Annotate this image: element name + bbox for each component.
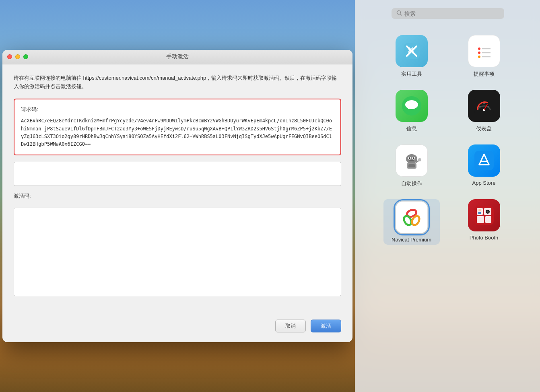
- svg-point-7: [478, 47, 480, 50]
- empty-input-box: [14, 162, 341, 186]
- automator-label: 自动操作: [401, 180, 422, 187]
- app-item-reminders[interactable]: 提醒事项: [456, 35, 512, 78]
- app-item-dashboard[interactable]: 仪表盘: [456, 90, 512, 132]
- reminders-icon: [468, 35, 500, 67]
- modal-body: 请在有互联网连接的电脑前往 https://customer.navicat.c…: [2, 64, 352, 316]
- photobooth-icon: [468, 199, 500, 231]
- messages-icon: [396, 90, 428, 122]
- activation-code-input[interactable]: [14, 208, 341, 296]
- svg-rect-30: [408, 164, 415, 167]
- dashboard-icon: [468, 90, 500, 122]
- utilities-icon: [396, 35, 428, 67]
- app-item-messages[interactable]: 信息: [383, 90, 440, 132]
- app-item-navicat[interactable]: Navicat Premium: [383, 199, 440, 245]
- reminders-label: 提醒事项: [474, 70, 495, 78]
- traffic-lights: [7, 54, 28, 59]
- svg-line-1: [400, 14, 402, 16]
- app-item-photobooth[interactable]: Photo Booth: [456, 199, 512, 245]
- activate-button[interactable]: 激活: [311, 320, 341, 332]
- svg-point-32: [418, 158, 421, 161]
- modal-title: 手动激活: [166, 53, 189, 60]
- svg-point-47: [478, 209, 481, 211]
- app-grid: 实用工具 提醒事项: [375, 31, 520, 249]
- minimize-button[interactable]: [15, 54, 20, 59]
- activation-code-section: 激活码:: [14, 192, 341, 298]
- svg-rect-42: [477, 216, 484, 223]
- appstore-label: App Store: [472, 180, 496, 186]
- photobooth-label: Photo Booth: [470, 235, 499, 241]
- app-item-appstore[interactable]: App Store: [456, 144, 512, 187]
- manual-activation-dialog: 手动激活 请在有互联网连接的电脑前往 https://customer.navi…: [2, 50, 352, 342]
- svg-point-48: [478, 212, 481, 214]
- modal-footer: 取消 激活: [2, 316, 352, 342]
- search-input[interactable]: [404, 10, 499, 17]
- svg-rect-43: [485, 216, 491, 223]
- svg-point-9: [478, 56, 480, 58]
- modal-description: 请在有互联网连接的电脑前往 https://customer.navicat.c…: [14, 74, 341, 91]
- svg-point-23: [406, 154, 417, 164]
- app-item-automator[interactable]: 自动操作: [383, 144, 440, 187]
- svg-rect-28: [409, 160, 414, 161]
- svg-point-27: [413, 157, 414, 159]
- utilities-label: 实用工具: [401, 70, 422, 78]
- svg-rect-6: [474, 41, 494, 61]
- navicat-icon: [396, 201, 428, 233]
- svg-point-8: [478, 52, 480, 54]
- search-bar[interactable]: [392, 8, 504, 19]
- modal-overlay: 手动激活 请在有互联网连接的电脑前往 https://customer.navi…: [0, 0, 355, 392]
- maximize-button[interactable]: [23, 54, 28, 59]
- right-panel: 实用工具 提醒事项: [355, 0, 540, 392]
- navicat-label: Navicat Premium: [392, 237, 431, 243]
- svg-point-21: [483, 103, 485, 104]
- svg-point-46: [487, 211, 488, 213]
- request-code-section: 请求码: AcXBVhRC/eEQZ8eYdrcTKdknizM+mfrPgYc…: [14, 99, 341, 155]
- messages-label: 信息: [406, 125, 417, 132]
- app-item-utilities[interactable]: 实用工具: [383, 35, 440, 78]
- svg-point-14: [405, 100, 418, 109]
- modal-titlebar: 手动激活: [2, 50, 352, 64]
- svg-point-19: [479, 106, 481, 107]
- request-code-label: 请求码:: [21, 106, 334, 113]
- search-icon: [396, 10, 402, 17]
- dashboard-label: 仪表盘: [476, 125, 492, 132]
- appstore-icon: [468, 144, 500, 177]
- cancel-button[interactable]: 取消: [275, 320, 306, 332]
- request-code-value: AcXBVhRC/eEQZ8eYdrcTKdknizM+mfrPgYcyede/…: [21, 117, 334, 148]
- automator-icon: [396, 144, 428, 177]
- svg-point-26: [409, 157, 410, 159]
- close-button[interactable]: [7, 54, 12, 59]
- svg-point-20: [487, 106, 489, 107]
- activation-code-label: 激活码:: [14, 192, 341, 200]
